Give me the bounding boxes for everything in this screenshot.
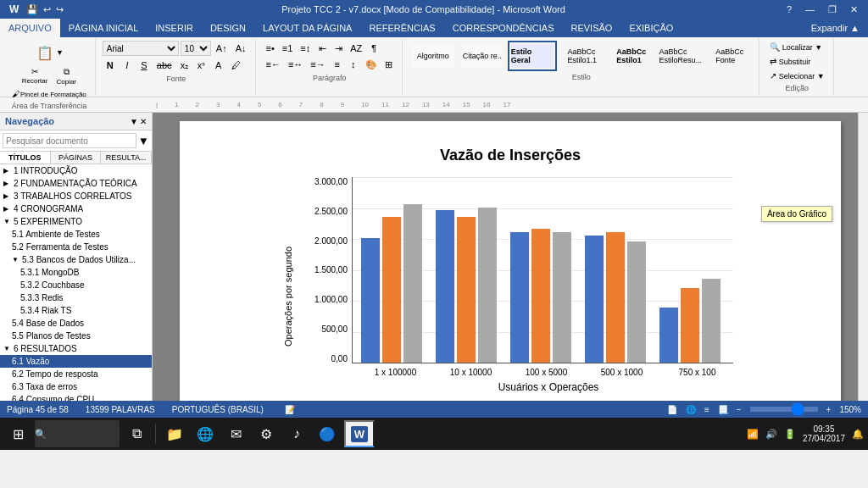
tab-inserir[interactable]: INSERIR — [147, 19, 202, 37]
tree-item-fund[interactable]: ▶ 2 FUNDAMENTAÇÃO TEÓRICA — [0, 177, 152, 190]
view-outline[interactable]: ≡ — [704, 405, 709, 414]
style-algoritmo[interactable]: Algoritmo — [409, 42, 457, 70]
start-button[interactable]: ⊞ — [4, 420, 31, 447]
italic-button[interactable]: I — [120, 58, 135, 73]
borders-button[interactable]: ⊞ — [381, 57, 397, 72]
style-fonte[interactable]: AaBbCcFonte — [706, 42, 754, 70]
view-draft[interactable]: 📃 — [718, 405, 728, 414]
tree-item-61[interactable]: 6.1 Vazão — [0, 355, 152, 368]
font-grow-button[interactable]: A↑ — [213, 41, 231, 56]
taskbar-app-edge[interactable]: 🌐 — [192, 420, 219, 447]
tab-exibicao[interactable]: EXIBIÇÃO — [620, 19, 682, 37]
line-spacing-button[interactable]: ↕ — [346, 57, 361, 72]
show-formatting-button[interactable]: ¶ — [366, 41, 381, 56]
tab-layout[interactable]: LAYOUT DA PÁGINA — [254, 19, 360, 37]
tree-item-54[interactable]: 5.4 Base de Dados — [0, 317, 152, 330]
chart-body[interactable]: Operações por segundo 3.000,00 2.500,00 … — [280, 177, 741, 401]
scrollbar-vertical[interactable] — [858, 113, 868, 401]
tab-pagina-inicial[interactable]: PÁGINA INICIAL — [60, 19, 147, 37]
minimize-button[interactable]: — — [802, 4, 818, 15]
notifications-icon[interactable]: 🔔 — [852, 429, 864, 440]
align-center-button[interactable]: ≡↔ — [285, 57, 306, 72]
bar-3-0[interactable] — [585, 236, 604, 363]
taskbar-app-chrome[interactable]: 🔵 — [314, 420, 341, 447]
tab-design[interactable]: DESIGN — [202, 19, 254, 37]
tree-item-cronograma[interactable]: ▶ 4 CRONOGRAMA — [0, 202, 152, 215]
style-estilo-geral[interactable]: Estilo Geral — [508, 41, 557, 71]
taskbar-app-settings[interactable]: ⚙ — [253, 420, 280, 447]
bar-1-1[interactable] — [457, 217, 476, 363]
search-input[interactable] — [3, 133, 136, 148]
copiar-button[interactable]: ⧉ Copiar — [53, 65, 80, 87]
style-estilo11[interactable]: AaBbCcEstilo1.1 — [559, 42, 606, 70]
zoom-in-button[interactable]: + — [826, 405, 832, 414]
superscript-button[interactable]: xˢ — [194, 58, 209, 73]
bar-4-1[interactable] — [681, 288, 699, 363]
increase-indent-button[interactable]: ⇥ — [331, 41, 346, 56]
bar-0-0[interactable] — [361, 238, 380, 363]
bold-button[interactable]: N — [103, 58, 118, 73]
selecionar-button[interactable]: ↗ Selecionar ▼ — [766, 69, 828, 82]
tree-item-63[interactable]: 6.3 Taxa de erros — [0, 380, 152, 393]
align-left-button[interactable]: ≡← — [263, 57, 284, 72]
task-view-button[interactable]: ⧉ — [123, 420, 150, 447]
tree-item-53[interactable]: ▼ 5.3 Bancos de Dados Utiliza... — [0, 253, 152, 266]
tab-expandir[interactable]: Expandir ▲ — [803, 19, 868, 37]
recortar-button[interactable]: ✂ Recortar — [19, 65, 52, 87]
help-button[interactable]: ? — [783, 4, 795, 15]
strikethrough-button[interactable]: abc — [153, 58, 175, 73]
tree-item-62[interactable]: 6.2 Tempo de resposta — [0, 368, 152, 380]
decrease-indent-button[interactable]: ⇤ — [314, 41, 330, 56]
tree-item-trabalhos[interactable]: ▶ 3 TRABALHOS CORRELATOS — [0, 190, 152, 202]
tab-revisao[interactable]: REVISÃO — [562, 19, 620, 37]
localizar-button[interactable]: 🔍 Localizar ▼ — [766, 41, 826, 53]
align-right-button[interactable]: ≡→ — [307, 57, 328, 72]
font-name-select[interactable]: Arial — [103, 41, 179, 56]
tree-item-534[interactable]: 5.3.4 Riak TS — [0, 304, 152, 317]
style-resu[interactable]: AaBbCcEstiloResu... — [657, 42, 704, 70]
multilevel-button[interactable]: ≡↕ — [297, 41, 314, 56]
taskbar-app-mail[interactable]: ✉ — [222, 420, 249, 447]
bar-3-2[interactable] — [627, 241, 646, 363]
taskbar-app-explorer[interactable]: 📁 — [161, 420, 188, 447]
sort-button[interactable]: AZ — [347, 41, 365, 56]
bar-0-1[interactable] — [382, 217, 401, 363]
substituir-button[interactable]: ⇄ Substituir — [766, 55, 815, 68]
tree-item-55[interactable]: 5.5 Planos de Testes — [0, 330, 152, 342]
bar-4-0[interactable] — [659, 308, 678, 363]
text-color-button[interactable]: A — [211, 58, 226, 73]
taskbar-app-spotify[interactable]: ♪ — [283, 420, 310, 447]
tab-arquivo[interactable]: ARQUIVO — [0, 19, 60, 37]
nav-tab-resultados[interactable]: RESULTA... — [101, 152, 152, 164]
highlight-button[interactable]: 🖊 — [228, 58, 244, 73]
quick-access-redo[interactable]: ↪ — [56, 4, 64, 15]
bar-1-0[interactable] — [436, 210, 454, 363]
taskbar-app-word[interactable]: W — [344, 420, 375, 447]
bar-4-2[interactable] — [702, 279, 721, 363]
tree-item-intro[interactable]: ▶ 1 INTRODUÇÃO — [0, 164, 152, 177]
style-citacao[interactable]: Citação re.. — [459, 42, 506, 70]
tree-item-6[interactable]: ▼ 6 RESULTADOS — [0, 342, 152, 355]
bar-2-1[interactable] — [531, 229, 550, 363]
quick-access-save[interactable]: 💾 — [26, 4, 38, 15]
zoom-slider[interactable] — [750, 407, 818, 412]
tree-item-52[interactable]: 5.2 Ferramenta de Testes — [0, 241, 152, 253]
bar-0-2[interactable] — [403, 204, 422, 363]
quick-access-undo[interactable]: ↩ — [43, 4, 51, 15]
tree-item-experimento[interactable]: ▼ 5 EXPERIMENTO — [0, 215, 152, 228]
nav-tab-titulos[interactable]: TÍTULOS — [0, 152, 51, 164]
tab-correspondencias[interactable]: CORRESPONDÊNCIAS — [444, 19, 563, 37]
tree-item-532[interactable]: 5.3.2 Couchbase — [0, 279, 152, 291]
tree-item-64[interactable]: 6.4 Consumo de CPU — [0, 393, 152, 401]
nav-close-button[interactable]: ✕ — [140, 117, 147, 126]
font-size-select[interactable]: 10 — [181, 41, 211, 56]
bar-1-2[interactable] — [478, 208, 497, 363]
shading-button[interactable]: 🎨 — [362, 57, 381, 72]
restore-button[interactable]: ❐ — [825, 4, 840, 15]
bullets-button[interactable]: ≡• — [263, 41, 278, 56]
view-web[interactable]: 🌐 — [686, 405, 696, 414]
bar-2-0[interactable] — [510, 232, 529, 363]
underline-button[interactable]: S — [136, 58, 152, 73]
paste-button[interactable]: 📋 ▼ — [31, 41, 67, 64]
nav-options-button[interactable]: ▼ — [130, 117, 138, 126]
